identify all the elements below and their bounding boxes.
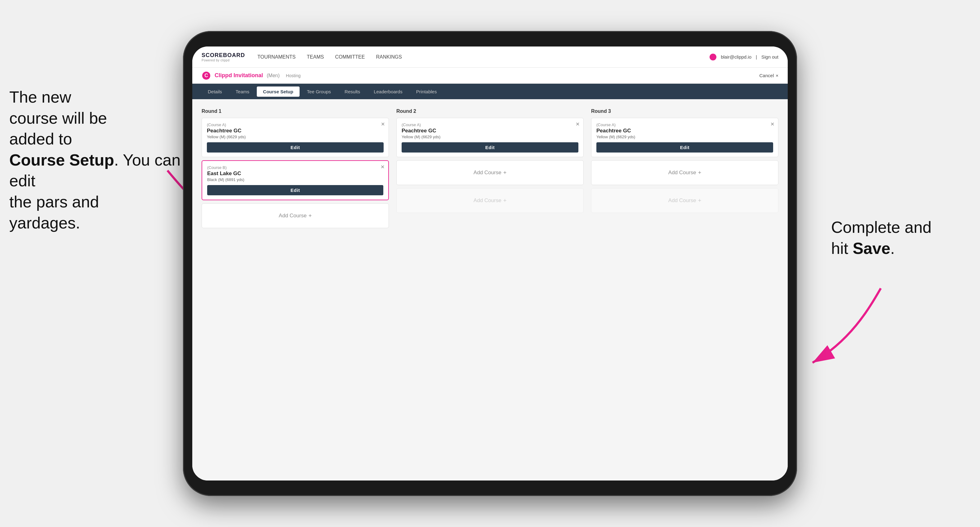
cancel-label: Cancel [759,73,774,78]
tournament-bar: C Clippd Invitational (Men) Hosting Canc… [192,68,788,84]
round3-course-a-name: Peachtree GC [597,128,773,134]
round2-course-a-name: Peachtree GC [402,128,578,134]
round-1-column: Round 1 ✕ (Course A) Peachtree GC Yellow… [202,108,389,231]
round2-add-course-plus-icon-2: + [503,197,507,204]
round3-add-course-box-2: Add Course + [591,188,778,213]
tablet-screen: SCOREBOARD Powered by clippd TOURNAMENTS… [192,46,788,481]
round2-add-course-box-2: Add Course + [396,188,584,213]
content-area: Round 1 ✕ (Course A) Peachtree GC Yellow… [192,99,788,481]
tab-details[interactable]: Details [202,86,228,97]
round1-add-course-label: Add Course [279,213,307,219]
round1-course-b-name: East Lake GC [207,170,383,177]
round3-course-a-delete-icon[interactable]: ✕ [770,121,775,127]
logo-title: SCOREBOARD [202,52,245,59]
round1-course-b-letter: (Course B) [207,165,383,170]
round1-course-a-name: Peachtree GC [207,128,383,134]
round1-course-a-card: ✕ (Course A) Peachtree GC Yellow (M) (66… [202,118,389,157]
annotation-left: The newcourse will beadded toCourse Setu… [9,87,189,233]
round3-add-course-plus-icon-2: + [698,197,702,204]
round2-course-a-edit-button[interactable]: Edit [402,142,578,152]
nav-committee[interactable]: COMMITTEE [335,54,365,60]
round1-course-b-delete-icon[interactable]: ✕ [380,164,385,170]
cancel-button[interactable]: Cancel × [759,73,778,78]
round3-course-a-card: ✕ (Course A) Peachtree GC Yellow (M) (66… [591,118,778,157]
nav-links: TOURNAMENTS TEAMS COMMITTEE RANKINGS [258,54,402,60]
round2-add-course-box-1[interactable]: Add Course + [396,160,584,185]
sub-nav: Details Teams Course Setup Tee Groups Re… [192,84,788,99]
round1-course-b-edit-button[interactable]: Edit [207,185,383,195]
nav-tournaments[interactable]: TOURNAMENTS [258,54,296,60]
sign-out-link[interactable]: Sign out [761,54,778,60]
round2-add-course-plus-icon-1: + [503,170,507,176]
annotation-bold: Course Setup [9,151,114,169]
round1-course-a-tee: Yellow (M) (6629 yds) [207,135,383,139]
round-1-label: Round 1 [202,108,389,114]
round2-course-a-delete-icon[interactable]: ✕ [576,121,580,127]
round3-add-course-plus-icon-1: + [698,170,702,176]
user-avatar [710,54,716,60]
round1-course-b-tee: Black (M) (6891 yds) [207,177,383,182]
nav-right: blair@clippd.io | Sign out [710,54,778,60]
nav-left: SCOREBOARD Powered by clippd TOURNAMENTS… [202,52,402,62]
scoreboard-logo: SCOREBOARD Powered by clippd [202,52,245,62]
rounds-grid: Round 1 ✕ (Course A) Peachtree GC Yellow… [202,108,778,231]
round3-course-a-edit-button[interactable]: Edit [597,142,773,152]
round2-course-a-card: ✕ (Course A) Peachtree GC Yellow (M) (66… [396,118,584,157]
tab-results[interactable]: Results [338,86,366,97]
round2-add-course-label-1: Add Course [474,170,501,176]
round1-add-course-plus-icon: + [309,213,312,219]
round-2-label: Round 2 [396,108,584,114]
round1-add-course-box[interactable]: Add Course + [202,203,389,228]
nav-rankings[interactable]: RANKINGS [376,54,402,60]
close-icon: × [776,73,778,78]
round1-course-b-card: ✕ (Course B) East Lake GC Black (M) (689… [202,160,389,200]
round2-course-a-letter: (Course A) [402,122,578,127]
round-3-label: Round 3 [591,108,778,114]
tournament-gender: (Men) [267,73,280,78]
nav-teams[interactable]: TEAMS [307,54,324,60]
annotation-save-bold: Save [853,239,890,257]
round2-add-course-label-2: Add Course [474,197,501,204]
round-2-column: Round 2 ✕ (Course A) Peachtree GC Yellow… [396,108,584,231]
arrow-right-icon [794,279,893,372]
svg-text:C: C [204,73,208,78]
tab-course-setup[interactable]: Course Setup [257,86,299,97]
round3-add-course-label-1: Add Course [668,170,696,176]
round1-course-a-delete-icon[interactable]: ✕ [381,121,385,127]
user-email: blair@clippd.io [721,54,751,60]
tab-printables[interactable]: Printables [410,86,443,97]
tournament-title-row: C Clippd Invitational (Men) Hosting [202,71,301,80]
round3-add-course-box-1[interactable]: Add Course + [591,160,778,185]
round-3-column: Round 3 ✕ (Course A) Peachtree GC Yellow… [591,108,778,231]
round3-course-a-letter: (Course A) [597,122,773,127]
tournament-status: Hosting [286,73,301,78]
round3-course-a-tee: Yellow (M) (6629 yds) [597,135,773,139]
round1-course-a-edit-button[interactable]: Edit [207,142,383,152]
tab-leaderboards[interactable]: Leaderboards [368,86,409,97]
clippd-logo-icon: C [202,71,211,80]
tab-tee-groups[interactable]: Tee Groups [301,86,337,97]
round3-add-course-label-2: Add Course [668,197,696,204]
top-nav: SCOREBOARD Powered by clippd TOURNAMENTS… [192,46,788,68]
tablet-shell: SCOREBOARD Powered by clippd TOURNAMENTS… [183,31,797,496]
round1-course-a-letter: (Course A) [207,122,383,127]
tab-teams[interactable]: Teams [229,86,256,97]
annotation-right: Complete andhit Save. [831,217,961,259]
logo-sub: Powered by clippd [202,59,245,62]
round2-course-a-tee: Yellow (M) (6629 yds) [402,135,578,139]
annotation-left-text: The newcourse will beadded toCourse Setu… [9,88,180,232]
tournament-name: Clippd Invitational [215,72,263,79]
